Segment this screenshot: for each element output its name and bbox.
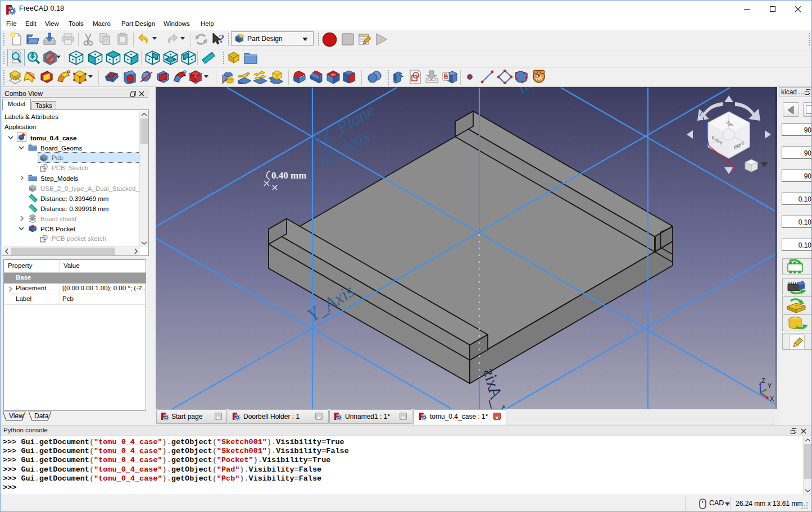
svg-text:Y: Y: [768, 382, 772, 389]
svg-text:0.40 mm: 0.40 mm: [271, 170, 306, 181]
svg-text:X: X: [732, 164, 736, 170]
svg-text:Data: Data: [34, 412, 49, 420]
svg-text:X: X: [770, 395, 774, 402]
svg-text:Z: Z: [699, 111, 702, 117]
svg-text:Z: Z: [761, 377, 765, 384]
svg-text:View: View: [9, 412, 24, 420]
svg-text:?: ?: [219, 32, 225, 45]
